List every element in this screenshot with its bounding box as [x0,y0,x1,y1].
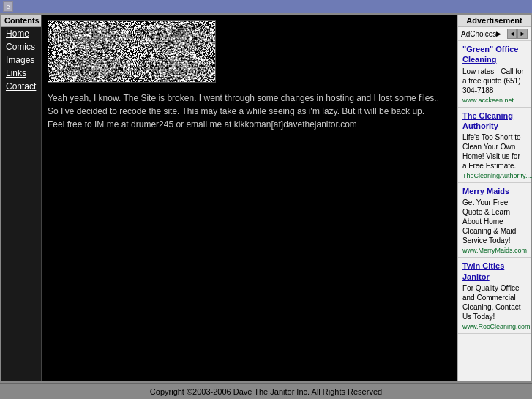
ad-url-0[interactable]: www.acckeen.net [462,97,526,104]
ad-url-3[interactable]: www.RocCleaning.com [462,323,526,330]
ad-nav-prev[interactable]: ◄ [507,29,517,39]
footer-text: Copyright ©2003-2006 Dave The Janitor In… [150,387,382,396]
browser-icon: e [3,1,13,12]
title-bar: e [0,0,532,13]
sidebar-item-home[interactable]: Home [1,27,41,40]
ad-url-1[interactable]: TheCleaningAuthority.... [462,172,526,179]
noise-canvas [48,21,215,82]
ad-nav-next[interactable]: ► [517,29,528,39]
broken-image [48,20,216,83]
ad-header: Advertisement [458,15,531,27]
ad-title-2[interactable]: Merry Maids [462,186,526,196]
sidebar: Contents HomeComicsImagesLinksContact [1,15,42,381]
ad-blocks-container: "Green" Office CleaningLow rates - Call … [458,41,531,334]
ad-body-2: Get Your Free Quote & Learn About Home C… [462,198,526,245]
ad-choices-triangle: ▶ [496,30,505,37]
ad-block-2: Merry MaidsGet Your Free Quote & Learn A… [458,183,531,258]
sidebar-header: Contents [1,15,41,27]
ad-choices-label: AdChoices [461,30,496,38]
ad-title-0[interactable]: "Green" Office Cleaning [462,44,526,65]
sidebar-item-links[interactable]: Links [1,67,41,80]
body-line2: So I've decided to recode the site. This… [48,106,424,116]
content-area: Yeah yeah, I know. The Site is broken. I… [42,15,457,381]
ad-panel: Advertisement AdChoices ▶ ◄ ► "Green" Of… [457,15,531,381]
ad-block-0: "Green" Office CleaningLow rates - Call … [458,41,531,108]
ad-body-1: Life's Too Short to Clean Your Own Home!… [462,133,526,171]
ad-body-0: Low rates - Call for a free quote (651) … [462,67,526,95]
sidebar-item-contact[interactable]: Contact [1,80,41,93]
ad-url-2[interactable]: www.MerryMaids.com [462,247,526,254]
ad-title-1[interactable]: The Cleaning Authority [462,111,526,132]
body-line1: Yeah yeah, I know. The Site is broken. I… [48,93,439,103]
footer: Copyright ©2003-2006 Dave The Janitor In… [0,383,532,399]
sidebar-links: HomeComicsImagesLinksContact [1,27,41,93]
sidebar-item-comics[interactable]: Comics [1,40,41,53]
ad-title-3[interactable]: Twin Cities Janitor [462,261,526,282]
ad-block-3: Twin Cities JanitorFor Quality Office an… [458,258,531,334]
ad-choices-bar: AdChoices ▶ ◄ ► [458,27,531,41]
main-text: Yeah yeah, I know. The Site is broken. I… [48,92,452,131]
sidebar-item-images[interactable]: Images [1,53,41,67]
ad-block-1: The Cleaning AuthorityLife's Too Short t… [458,108,531,184]
body-line3: Feel free to IM me at drumer245 or email… [48,119,357,130]
ad-body-3: For Quality Office and Commercial Cleani… [462,283,526,321]
